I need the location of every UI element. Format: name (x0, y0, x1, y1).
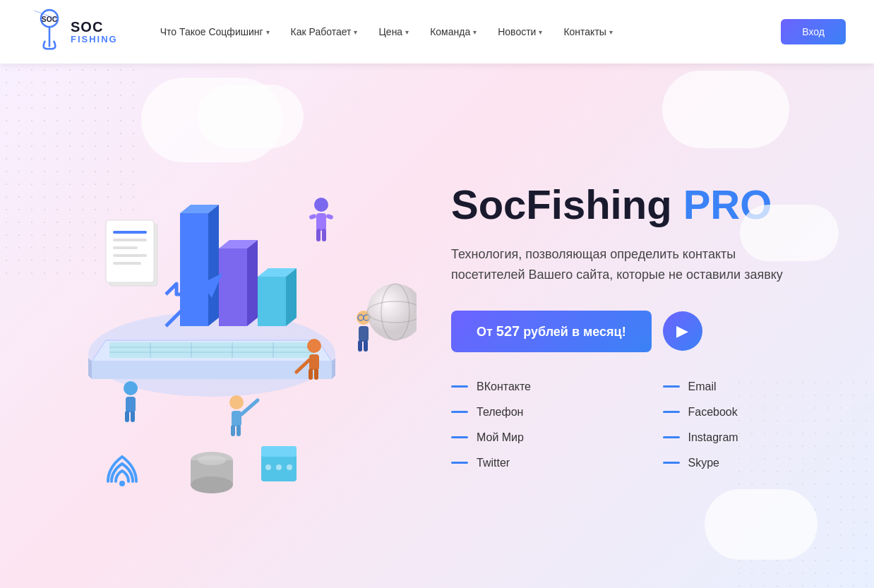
chevron-down-icon: ▾ (473, 28, 477, 36)
login-button[interactable]: Вход (781, 19, 846, 44)
svg-marker-21 (247, 240, 258, 326)
svg-text:SOC: SOC (42, 16, 58, 23)
cta-row: От 527 рублей в месяц! ▶ (451, 311, 832, 352)
cta-price: 527 (496, 323, 520, 339)
svg-rect-54 (364, 340, 368, 352)
svg-rect-35 (316, 229, 321, 241)
svg-point-68 (229, 395, 244, 409)
feature-dash (663, 411, 680, 413)
svg-rect-44 (309, 354, 319, 370)
chevron-down-icon: ▾ (539, 28, 542, 36)
chevron-down-icon: ▾ (266, 28, 270, 36)
logo[interactable]: SOC SOC FISHING (28, 7, 118, 56)
svg-rect-71 (237, 425, 241, 436)
svg-marker-13 (92, 361, 332, 379)
cta-suffix: рублей в месяц! (520, 325, 625, 339)
hero-section: SocFishing PRO Технология, позволяющая о… (0, 64, 874, 588)
svg-rect-70 (231, 425, 235, 436)
nav-item-what[interactable]: Что Такое Соцфишинг ▾ (160, 26, 270, 37)
cloud-decoration-bottom-right (705, 489, 818, 560)
svg-rect-28 (113, 231, 147, 234)
svg-rect-41 (125, 411, 129, 422)
svg-rect-36 (322, 229, 326, 241)
svg-point-43 (307, 339, 321, 353)
feature-item-twitter: Twitter (451, 457, 621, 469)
main-nav: Что Такое Соцфишинг ▾ Как Работает ▾ Цен… (160, 26, 782, 37)
feature-dash (663, 385, 680, 388)
svg-line-72 (241, 400, 258, 414)
cta-button[interactable]: От 527 рублей в месяц! (451, 311, 652, 352)
logo-icon: SOC (28, 7, 71, 56)
svg-rect-45 (309, 368, 313, 380)
hero-illustration-area (0, 114, 437, 538)
feature-dash (451, 436, 468, 438)
feature-label-twitter: Twitter (477, 457, 510, 469)
svg-rect-37 (309, 213, 316, 220)
svg-marker-19 (219, 248, 247, 326)
feature-dash (663, 462, 680, 464)
svg-rect-32 (113, 262, 141, 265)
header: SOC SOC FISHING Что Такое Соцфишинг ▾ Ка… (0, 0, 874, 64)
logo-soc: SOC (71, 19, 118, 35)
nav-item-contacts[interactable]: Контакты ▾ (563, 26, 612, 37)
feature-label-facebook: Facebook (688, 406, 738, 419)
feature-dash (663, 436, 680, 438)
svg-point-62 (198, 455, 226, 465)
svg-marker-22 (258, 277, 286, 326)
arrow-right-icon: ▶ (676, 322, 688, 340)
svg-rect-34 (316, 213, 326, 231)
hero-title-main: SocFishing (451, 181, 683, 227)
svg-point-39 (124, 381, 138, 395)
svg-rect-6 (109, 342, 314, 358)
svg-rect-53 (358, 340, 362, 352)
feature-label-moimir: Мой Мир (477, 431, 524, 444)
svg-rect-42 (131, 411, 135, 422)
svg-rect-31 (113, 254, 147, 257)
svg-rect-40 (126, 397, 136, 412)
svg-marker-15 (332, 358, 335, 379)
feature-label-skype: Skype (688, 457, 719, 469)
feature-label-phone: Телефон (477, 406, 523, 419)
svg-rect-64 (261, 446, 297, 457)
cloud-decoration-2 (198, 85, 304, 148)
isometric-svg (49, 143, 417, 510)
cloud-decoration-top-right (662, 71, 789, 148)
nav-item-team[interactable]: Команда ▾ (430, 26, 477, 37)
logo-fishing: FISHING (71, 35, 118, 44)
feature-dash (451, 462, 468, 464)
chevron-down-icon: ▾ (354, 28, 357, 36)
svg-marker-24 (286, 268, 297, 326)
feature-item-vkontakte: ВКонтакте (451, 380, 621, 393)
chevron-down-icon: ▾ (609, 28, 613, 36)
svg-marker-14 (88, 358, 92, 379)
svg-rect-38 (325, 213, 333, 220)
svg-point-66 (276, 464, 282, 470)
svg-rect-30 (113, 246, 138, 249)
feature-item-moimir: Мой Мир (451, 431, 621, 444)
feature-label-vkontakte: ВКонтакте (477, 380, 531, 393)
svg-rect-29 (113, 239, 147, 241)
feature-item-phone: Телефон (451, 406, 621, 419)
svg-point-58 (119, 481, 125, 486)
svg-point-65 (265, 464, 271, 470)
hero-illustration (49, 143, 417, 510)
svg-point-61 (191, 476, 233, 493)
feature-label-email: Email (688, 380, 717, 393)
nav-item-how[interactable]: Как Работает ▾ (291, 26, 358, 37)
svg-point-33 (314, 198, 328, 212)
cta-arrow-button[interactable]: ▶ (663, 311, 702, 351)
svg-rect-27 (106, 220, 154, 282)
svg-rect-52 (359, 326, 369, 342)
chevron-down-icon: ▾ (405, 28, 409, 36)
svg-marker-18 (208, 205, 219, 326)
feature-dash (451, 411, 468, 413)
nav-item-price[interactable]: Цена ▾ (378, 26, 409, 37)
svg-point-67 (287, 464, 292, 470)
svg-rect-69 (232, 411, 241, 426)
cta-label-from: От (477, 325, 496, 339)
feature-label-instagram: Instagram (688, 431, 738, 444)
nav-item-news[interactable]: Новости ▾ (498, 26, 542, 37)
feature-dash (451, 385, 468, 388)
svg-rect-46 (314, 368, 318, 380)
cloud-decoration-mid-right (740, 205, 839, 261)
